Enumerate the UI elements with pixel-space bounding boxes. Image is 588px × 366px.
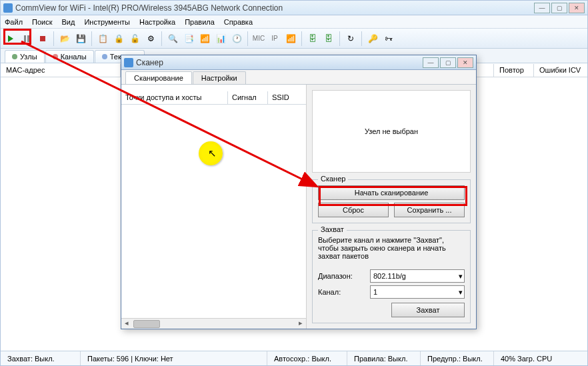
app-icon (3, 3, 13, 13)
main-titlebar: CommView for WiFi - Intel(R) PRO/Wireles… (1, 1, 587, 15)
save-button[interactable]: 💾 (73, 31, 88, 46)
col-signal[interactable]: Сигнал (228, 91, 268, 104)
status-autosave: Автосохр.: Выкл. (267, 351, 347, 365)
rules-icon: 📑 (184, 34, 194, 43)
lock-button[interactable]: 🔒 (111, 31, 126, 46)
status-cpu: 40% Загр. CPU (494, 351, 587, 365)
scanner-hscrollbar[interactable]: ◂ ▸ (121, 318, 306, 329)
tab-nodes[interactable]: Узлы (5, 50, 45, 63)
key-icon: 🔑 (368, 34, 378, 43)
stats-button[interactable]: 📶 (197, 31, 212, 46)
menu-rules[interactable]: Правила (185, 18, 215, 26)
lock-icon: 🔒 (114, 34, 124, 43)
stop-icon (40, 36, 45, 41)
clipboard-button[interactable]: 📋 (95, 31, 110, 46)
col-mac[interactable]: MAC-адрес (1, 64, 121, 77)
rules-button[interactable]: 📑 (181, 31, 196, 46)
scanner-tabs: Сканирование Настройки (121, 70, 476, 85)
channel-label: Канал: (318, 288, 365, 296)
chevron-down-icon: ▾ (459, 272, 463, 281)
scanner-right-panel: Узел не выбран Сканер Начать сканировани… (307, 85, 476, 329)
col-icv[interactable]: Ошибки ICV (534, 64, 587, 77)
tab-channels[interactable]: Каналы (45, 50, 94, 63)
unlock-button[interactable]: 🔓 (127, 31, 142, 46)
open-button[interactable]: 📂 (57, 31, 72, 46)
stop-button[interactable] (35, 31, 50, 46)
scanner-minimize-button[interactable]: — (423, 57, 439, 68)
mic-button[interactable]: MIC (251, 31, 266, 46)
scanner-list-panel: Точки доступа и хосты Сигнал SSID ◂ ▸ (121, 85, 307, 329)
wifi-button[interactable]: 📶 (283, 31, 298, 46)
capture-button[interactable]: Захват (391, 303, 465, 317)
menubar: Файл Поиск Вид Инструменты Настройка Пра… (1, 15, 587, 29)
save-button[interactable]: Сохранить ... (394, 203, 465, 217)
menu-view[interactable]: Вид (62, 18, 75, 26)
capture-group: Захват Выберите канал и нажмите "Захват"… (312, 230, 471, 323)
gear-icon: ⚙ (147, 34, 155, 43)
scanner-app-icon (124, 58, 133, 67)
main-title: CommView for WiFi - Intel(R) PRO/Wireles… (15, 3, 534, 13)
scanner-list-body[interactable] (121, 105, 306, 318)
db1-button[interactable]: 🗄 (305, 31, 320, 46)
tab-dot-icon (102, 54, 107, 59)
stats-icon: 📶 (200, 34, 210, 43)
col-repeat[interactable]: Повтор (494, 64, 534, 77)
refresh-icon: ↻ (347, 34, 354, 43)
refresh-button[interactable]: ↻ (343, 31, 358, 46)
menu-search[interactable]: Поиск (32, 18, 52, 26)
key2-button[interactable]: 🗝 (381, 31, 396, 46)
clipboard-icon: 📋 (98, 34, 108, 43)
chart-icon: 📊 (216, 34, 226, 43)
status-packets: Пакеты: 596 | Ключи: Нет (81, 351, 267, 365)
node-info-panel: Узел не выбран (312, 90, 471, 173)
close-button[interactable]: ✕ (569, 3, 585, 13)
minimize-button[interactable]: — (534, 3, 550, 13)
play-icon (8, 35, 13, 42)
channel-select[interactable]: 1▾ (370, 285, 465, 299)
unlock-icon: 🔓 (130, 34, 140, 43)
capture-hint: Выберите канал и нажмите "Захват", чтобы… (318, 236, 465, 260)
scanner-tab-scan[interactable]: Сканирование (125, 71, 192, 84)
reset-button[interactable]: Сброс (318, 203, 389, 217)
play-button[interactable] (3, 31, 18, 46)
no-node-label: Узел не выбран (365, 127, 418, 135)
key-icon: 🗝 (385, 34, 393, 43)
chart-button[interactable]: 📊 (213, 31, 228, 46)
scanner-maximize-button[interactable]: ▢ (440, 57, 456, 68)
key-button[interactable]: 🔑 (365, 31, 380, 46)
scanner-close-button[interactable]: ✕ (457, 57, 473, 68)
menu-file[interactable]: Файл (5, 18, 23, 26)
scroll-thumb[interactable] (133, 320, 160, 328)
range-select[interactable]: 802.11b/g▾ (370, 269, 465, 283)
menu-tools[interactable]: Инструменты (84, 18, 130, 26)
ip-icon: IP (271, 35, 277, 42)
options-button[interactable]: ⚙ (143, 31, 158, 46)
maximize-button[interactable]: ▢ (551, 3, 567, 13)
disk-icon: 💾 (76, 34, 86, 43)
scroll-right-icon[interactable]: ▸ (295, 319, 306, 329)
scanner-dialog: Сканер — ▢ ✕ Сканирование Настройки Точк… (121, 55, 477, 329)
menu-settings[interactable]: Настройка (139, 18, 175, 26)
menu-help[interactable]: Справка (224, 18, 253, 26)
db2-button[interactable]: 🗄 (321, 31, 336, 46)
search-icon: 🔍 (168, 34, 178, 43)
tab-dot-icon (12, 54, 17, 59)
zoom-button[interactable]: 🔍 (165, 31, 180, 46)
sched-button[interactable]: 🕐 (229, 31, 244, 46)
ip-button[interactable]: IP (267, 31, 282, 46)
col-access-points[interactable]: Точки доступа и хосты (121, 91, 228, 104)
scanner-title: Сканер (136, 58, 423, 67)
start-scan-button[interactable]: Начать сканирование (318, 185, 465, 200)
scanner-group: Сканер Начать сканирование Сброс Сохрани… (312, 179, 471, 223)
scroll-left-icon[interactable]: ◂ (121, 319, 132, 329)
col-ssid[interactable]: SSID (268, 91, 306, 104)
scanner-list-header: Точки доступа и хосты Сигнал SSID (121, 91, 306, 105)
status-warn: Предупр.: Выкл. (421, 351, 494, 365)
db-icon: 🗄 (309, 34, 317, 43)
statusbar: Захват: Выкл. Пакеты: 596 | Ключи: Нет А… (1, 351, 587, 365)
clock-icon: 🕐 (232, 34, 242, 43)
db-icon: 🗄 (325, 34, 333, 43)
pause-button[interactable] (19, 31, 34, 46)
toolbar: 📂 💾 📋 🔒 🔓 ⚙ 🔍 📑 📶 📊 🕐 MIC IP 📶 🗄 🗄 ↻ 🔑 🗝 (1, 29, 587, 49)
scanner-tab-settings[interactable]: Настройки (193, 71, 246, 84)
